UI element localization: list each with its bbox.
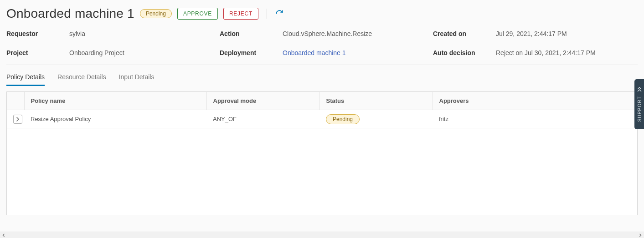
field-label: Deployment — [220, 49, 283, 56]
summary: Requestor sylvia Action Cloud.vSphere.Ma… — [6, 30, 638, 65]
field-deployment: Deployment Onboarded machine 1 — [220, 49, 433, 56]
row-status-badge: Pending — [326, 114, 360, 124]
expand-row-button[interactable] — [13, 115, 22, 124]
grid-scroll[interactable]: Policy name Approval mode Status Approve… — [7, 92, 637, 215]
tab-input-details[interactable]: Input Details — [119, 71, 155, 86]
support-tab[interactable]: SUPPORT — [634, 79, 644, 129]
field-label: Requestor — [6, 30, 69, 37]
field-action: Action Cloud.vSphere.Machine.Resize — [220, 30, 433, 37]
horizontal-scrollbar[interactable] — [0, 232, 644, 238]
page-title: Onboarded machine 1 — [6, 6, 134, 21]
col-status[interactable]: Status — [319, 92, 433, 110]
col-policy-name[interactable]: Policy name — [24, 92, 206, 110]
field-label: Action — [220, 30, 283, 37]
col-approval-mode[interactable]: Approval mode — [206, 92, 319, 110]
tab-resource-details[interactable]: Resource Details — [57, 71, 106, 86]
tabs: Policy Details Resource Details Input De… — [6, 71, 638, 86]
field-label: Created on — [433, 30, 496, 37]
cell-approvers: fritz — [433, 110, 637, 128]
separator — [267, 9, 267, 19]
scroll-left-icon[interactable] — [0, 232, 7, 238]
tab-policy-details[interactable]: Policy Details — [6, 71, 45, 86]
approve-button[interactable]: APPROVE — [177, 8, 218, 20]
header: Onboarded machine 1 Pending APPROVE REJE… — [6, 6, 638, 21]
field-value: sylvia — [69, 30, 85, 37]
field-label: Auto decision — [433, 49, 496, 56]
field-value: Reject on Jul 30, 2021, 2:44:17 PM — [496, 49, 596, 56]
status-badge: Pending — [140, 9, 172, 18]
field-auto-decision: Auto decision Reject on Jul 30, 2021, 2:… — [433, 49, 638, 56]
field-project: Project Onboarding Project — [6, 49, 220, 56]
cell-policy-name: Resize Approval Policy — [24, 110, 206, 128]
refresh-icon[interactable] — [275, 10, 283, 18]
field-value: Jul 29, 2021, 2:44:17 PM — [496, 30, 567, 37]
col-approvers[interactable]: Approvers — [433, 92, 637, 110]
field-value: Onboarding Project — [69, 49, 124, 56]
field-created-on: Created on Jul 29, 2021, 2:44:17 PM — [433, 30, 638, 37]
scroll-right-icon[interactable] — [637, 232, 644, 238]
reject-button[interactable]: REJECT — [223, 8, 258, 20]
table-row[interactable]: Resize Approval Policy ANY_OF Pending fr… — [7, 110, 637, 128]
field-requestor: Requestor sylvia — [6, 30, 220, 37]
policy-grid: Policy name Approval mode Status Approve… — [6, 91, 638, 215]
field-value: Cloud.vSphere.Machine.Resize — [283, 30, 372, 37]
support-label: SUPPORT — [637, 96, 642, 122]
deployment-link[interactable]: Onboarded machine 1 — [283, 49, 346, 56]
chevron-up-icon — [637, 87, 642, 92]
cell-approval-mode: ANY_OF — [206, 110, 319, 128]
field-label: Project — [6, 49, 69, 56]
col-expand-header — [7, 92, 24, 110]
